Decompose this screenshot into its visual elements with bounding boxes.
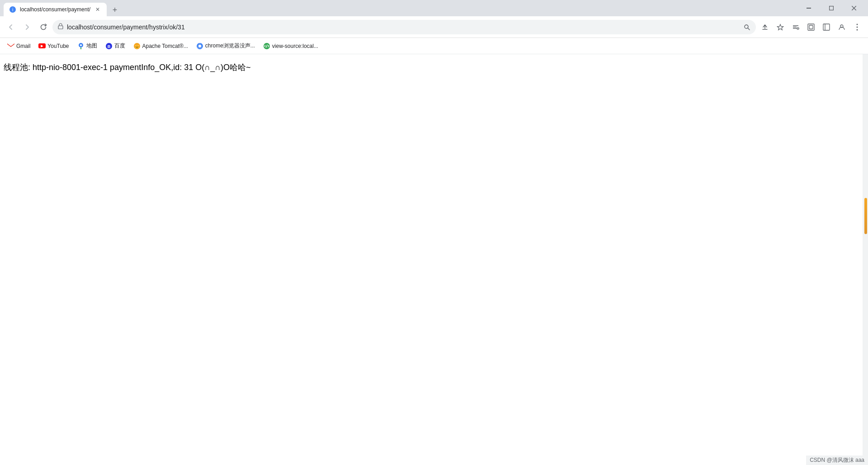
menu-button[interactable] — [850, 20, 864, 34]
back-icon — [7, 23, 14, 31]
svg-point-18 — [857, 29, 858, 30]
bookmark-viewsource[interactable]: view-source:local... — [259, 41, 322, 52]
svg-rect-3 — [830, 6, 834, 10]
forward-icon — [24, 23, 31, 31]
refresh-icon — [40, 23, 47, 31]
bookmark-baidu[interactable]: B 百度 — [102, 41, 129, 52]
svg-rect-11 — [808, 24, 814, 30]
minimize-icon — [807, 8, 811, 9]
svg-text:i: i — [12, 7, 13, 12]
close-icon — [852, 6, 856, 10]
minimize-button[interactable] — [798, 0, 819, 16]
scrollbar-track[interactable] — [863, 54, 868, 465]
window-controls — [798, 0, 864, 16]
page-content: 线程池: http-nio-8001-exec-1 paymentInfo_OK… — [0, 54, 868, 465]
tab-search-button[interactable] — [804, 20, 818, 34]
active-tab[interactable]: i localhost/consumer/payment/ ✕ — [4, 3, 107, 16]
three-dots-icon — [856, 23, 858, 31]
sidebar-icon — [823, 23, 830, 31]
chrome-sound-label: chrome浏览器没声... — [205, 42, 255, 50]
title-bar: i localhost/consumer/payment/ ✕ + — [0, 0, 868, 16]
page-main-text: 线程池: http-nio-8001-exec-1 paymentInfo_OK… — [4, 61, 864, 74]
maximize-icon — [829, 6, 834, 10]
security-lock-icon — [58, 23, 63, 29]
navigation-bar: localhost/consumer/payment/hystrix/ok/31 — [0, 16, 868, 38]
profile-icon — [838, 23, 845, 31]
tab-close-button[interactable]: ✕ — [94, 6, 101, 13]
svg-text:🐱: 🐱 — [135, 44, 139, 49]
svg-point-16 — [857, 23, 858, 25]
svg-point-21 — [80, 44, 82, 46]
bookmark-star-icon — [777, 23, 784, 31]
maps-label: 地图 — [86, 42, 97, 50]
viewsource-label: view-source:local... — [272, 43, 318, 49]
bookmarks-bar: Gmail YouTube 地图 B 百度 🐱 Apache Tomcat®..… — [0, 38, 868, 54]
gmail-label: Gmail — [16, 43, 30, 49]
svg-point-17 — [857, 26, 858, 28]
status-text: CSDN @清风微沫 aaa — [810, 457, 864, 463]
svg-rect-12 — [809, 25, 813, 29]
profile-button[interactable] — [835, 20, 849, 34]
forward-button[interactable] — [20, 20, 34, 34]
baidu-label: 百度 — [114, 42, 125, 50]
search-icon — [743, 23, 750, 31]
svg-rect-6 — [58, 26, 63, 29]
tomcat-icon: 🐱 — [133, 42, 141, 50]
bookmark-maps[interactable]: 地图 — [74, 41, 101, 52]
tab-title: localhost/consumer/payment/ — [20, 6, 90, 13]
svg-rect-2 — [807, 8, 811, 9]
scrollbar-thumb[interactable] — [864, 198, 867, 234]
svg-text:B: B — [107, 44, 110, 49]
new-tab-button[interactable]: + — [108, 4, 121, 16]
tab-container: i localhost/consumer/payment/ ✕ + — [4, 0, 798, 16]
share-icon — [761, 23, 769, 31]
bookmark-youtube[interactable]: YouTube — [35, 41, 72, 52]
youtube-label: YouTube — [47, 43, 69, 49]
share-button[interactable] — [758, 20, 772, 34]
bookmark-button[interactable] — [773, 20, 788, 34]
svg-marker-9 — [778, 24, 783, 30]
baidu-icon: B — [105, 42, 113, 50]
youtube-icon — [38, 43, 46, 48]
svg-point-27 — [198, 45, 201, 47]
chrome-icon — [196, 42, 203, 50]
back-button[interactable] — [4, 20, 18, 34]
gmail-icon — [7, 43, 14, 49]
bookmark-gmail[interactable]: Gmail — [4, 41, 34, 52]
address-text: localhost/consumer/payment/hystrix/ok/31 — [67, 23, 740, 31]
extensions-icon — [792, 23, 799, 31]
svg-rect-13 — [823, 24, 830, 30]
svg-line-8 — [748, 28, 750, 30]
refresh-button[interactable] — [36, 20, 51, 34]
close-button[interactable] — [844, 0, 864, 16]
lock-icon — [58, 23, 63, 31]
source-icon — [263, 42, 270, 50]
address-bar[interactable]: localhost/consumer/payment/hystrix/ok/31 — [52, 20, 756, 34]
bookmark-tomcat[interactable]: 🐱 Apache Tomcat®... — [130, 41, 192, 52]
tomcat-label: Apache Tomcat®... — [142, 43, 188, 49]
tab-favicon: i — [9, 6, 16, 13]
nav-actions — [758, 20, 864, 34]
sidebar-button[interactable] — [819, 20, 834, 34]
status-bar: CSDN @清风微沫 aaa — [806, 456, 868, 465]
extensions-button[interactable] — [788, 20, 803, 34]
maximize-button[interactable] — [821, 0, 842, 16]
bookmark-chrome[interactable]: chrome浏览器没声... — [193, 41, 259, 52]
tab-search-icon — [807, 23, 815, 31]
maps-icon — [77, 42, 85, 50]
